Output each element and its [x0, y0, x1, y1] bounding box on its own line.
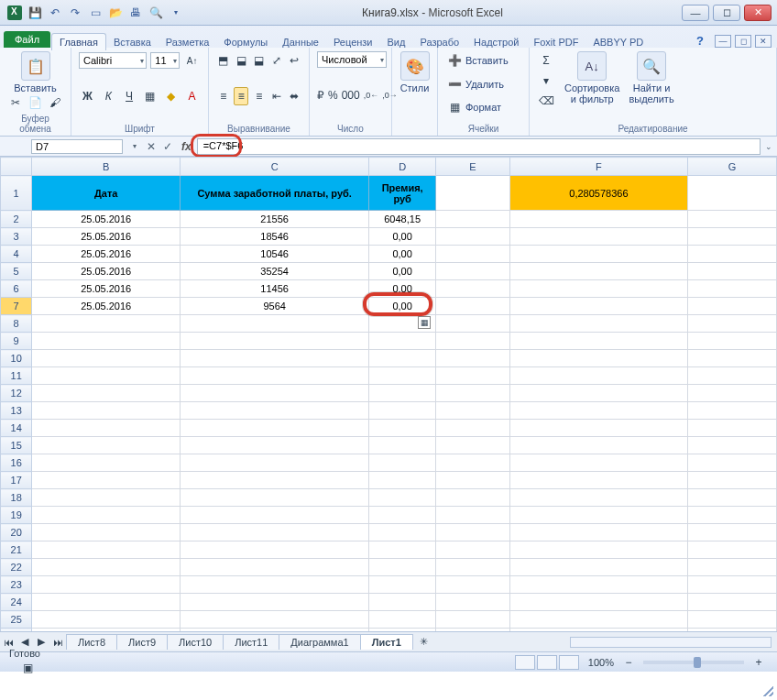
- zoom-out-icon[interactable]: −: [619, 653, 638, 672]
- cell-D23[interactable]: [369, 576, 436, 594]
- cell-D12[interactable]: [369, 385, 436, 402]
- macro-record-icon[interactable]: ▣: [18, 659, 37, 677]
- resize-grip[interactable]: [761, 684, 773, 696]
- cell-C9[interactable]: [181, 333, 369, 350]
- cell-C21[interactable]: [181, 541, 369, 559]
- cell-F20[interactable]: [509, 524, 687, 541]
- cell-E3[interactable]: [436, 228, 510, 246]
- cell-F11[interactable]: [509, 367, 687, 385]
- cell-G14[interactable]: [687, 420, 776, 437]
- fx-icon[interactable]: fx: [176, 140, 197, 153]
- cell-D19[interactable]: [369, 507, 436, 524]
- cell-B19[interactable]: [32, 507, 181, 524]
- cell-D2[interactable]: 6048,15: [369, 211, 436, 228]
- row-header-12[interactable]: 12: [1, 385, 32, 402]
- cell-C19[interactable]: [181, 507, 369, 524]
- cell-F8[interactable]: [509, 315, 687, 333]
- align-bottom-icon[interactable]: ⬓: [252, 51, 266, 70]
- enter-formula-icon[interactable]: ✓: [159, 140, 176, 153]
- cell-C14[interactable]: [181, 420, 369, 437]
- name-box[interactable]: [31, 139, 123, 154]
- cell-B7[interactable]: 25.05.2016: [32, 298, 181, 315]
- sheet-tab-Лист1[interactable]: Лист1: [360, 634, 413, 650]
- cell-B9[interactable]: [32, 333, 181, 350]
- minimize-button[interactable]: —: [682, 5, 709, 21]
- cell-C16[interactable]: [181, 454, 369, 472]
- cell-C8[interactable]: [181, 315, 369, 333]
- cell-D22[interactable]: [369, 559, 436, 576]
- cell-C1[interactable]: Сумма заработной платы, руб.: [181, 176, 369, 211]
- page-break-view-icon[interactable]: [559, 655, 579, 670]
- cell-G25[interactable]: [687, 611, 776, 629]
- cell-G23[interactable]: [687, 576, 776, 594]
- cell-F18[interactable]: [509, 489, 687, 507]
- row-header-22[interactable]: 22: [1, 559, 32, 576]
- cell-B12[interactable]: [32, 385, 181, 402]
- select-all-corner[interactable]: [1, 158, 32, 176]
- cell-B26[interactable]: [32, 629, 181, 632]
- cell-C15[interactable]: [181, 437, 369, 454]
- cell-F21[interactable]: [509, 541, 687, 559]
- cell-E6[interactable]: [436, 280, 510, 298]
- row-header-23[interactable]: 23: [1, 576, 32, 594]
- cell-F9[interactable]: [509, 333, 687, 350]
- bold-button[interactable]: Ж: [79, 87, 96, 105]
- col-header-D[interactable]: D: [369, 158, 436, 176]
- cell-G12[interactable]: [687, 385, 776, 402]
- cell-G24[interactable]: [687, 594, 776, 611]
- horizontal-scrollbar[interactable]: [570, 637, 772, 648]
- cell-G5[interactable]: [687, 263, 776, 280]
- cell-C10[interactable]: [181, 350, 369, 367]
- cut-icon[interactable]: ✂: [7, 93, 24, 112]
- zoom-slider[interactable]: [643, 661, 744, 664]
- row-header-17[interactable]: 17: [1, 472, 32, 489]
- cell-E23[interactable]: [436, 576, 510, 594]
- cell-E7[interactable]: [436, 298, 510, 315]
- cell-E9[interactable]: [436, 333, 510, 350]
- row-header-18[interactable]: 18: [1, 489, 32, 507]
- cell-F4[interactable]: [509, 246, 687, 263]
- cell-B4[interactable]: 25.05.2016: [32, 246, 181, 263]
- cell-F24[interactable]: [509, 594, 687, 611]
- cell-G17[interactable]: [687, 472, 776, 489]
- row-header-1[interactable]: 1: [1, 176, 32, 211]
- row-header-9[interactable]: 9: [1, 333, 32, 350]
- cell-F14[interactable]: [509, 420, 687, 437]
- border-icon[interactable]: ▦: [141, 87, 159, 105]
- col-header-F[interactable]: F: [509, 158, 687, 176]
- mdi-close[interactable]: ✕: [755, 35, 772, 48]
- cell-E22[interactable]: [436, 559, 510, 576]
- font-size-dropdown[interactable]: 11: [150, 52, 180, 69]
- cell-G2[interactable]: [687, 211, 776, 228]
- cell-F15[interactable]: [509, 437, 687, 454]
- cell-F12[interactable]: [509, 385, 687, 402]
- sort-filter-button[interactable]: A↓ Сортировка и фильтр: [564, 51, 619, 104]
- row-header-24[interactable]: 24: [1, 594, 32, 611]
- cell-E10[interactable]: [436, 350, 510, 367]
- copy-icon[interactable]: 📄: [27, 93, 44, 112]
- cell-D18[interactable]: [369, 489, 436, 507]
- cell-E26[interactable]: [436, 629, 510, 632]
- next-sheet-icon[interactable]: ▶: [33, 636, 49, 648]
- cell-G22[interactable]: [687, 559, 776, 576]
- cell-B10[interactable]: [32, 350, 181, 367]
- cell-G7[interactable]: [687, 298, 776, 315]
- cell-B6[interactable]: 25.05.2016: [32, 280, 181, 298]
- row-header-16[interactable]: 16: [1, 454, 32, 472]
- cell-D7[interactable]: 0,00: [369, 298, 436, 315]
- currency-icon[interactable]: ₽: [317, 86, 324, 104]
- cell-F22[interactable]: [509, 559, 687, 576]
- cell-B11[interactable]: [32, 367, 181, 385]
- cell-B8[interactable]: [32, 315, 181, 333]
- cell-D6[interactable]: 0,00: [369, 280, 436, 298]
- cell-D20[interactable]: [369, 524, 436, 541]
- mdi-restore[interactable]: ◻: [735, 35, 751, 48]
- cell-D15[interactable]: [369, 437, 436, 454]
- italic-button[interactable]: К: [100, 87, 117, 105]
- cell-C18[interactable]: [181, 489, 369, 507]
- cell-D9[interactable]: [369, 333, 436, 350]
- clear-icon[interactable]: ⌫: [537, 92, 555, 110]
- orientation-icon[interactable]: ⤢: [269, 51, 283, 70]
- cell-C6[interactable]: 11456: [181, 280, 369, 298]
- sheet-tab-Лист8[interactable]: Лист8: [66, 634, 117, 650]
